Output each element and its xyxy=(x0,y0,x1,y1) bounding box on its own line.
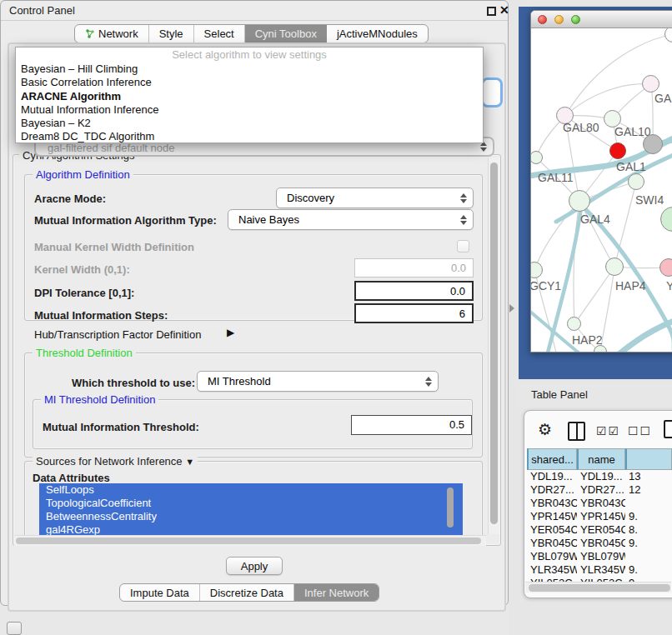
panel-divider-toggle-icon[interactable] xyxy=(509,304,514,312)
zoom-traffic-light-icon[interactable] xyxy=(571,15,580,24)
dropdown-item[interactable]: Dream8 DC_TDC Algorithm xyxy=(16,130,483,143)
tab-impute-data[interactable]: Impute Data xyxy=(120,584,200,601)
sources-group-title: Sources for Network Inference ▼ xyxy=(33,455,198,468)
network-window[interactable]: GAL GAL80 GAL10 GAL1 GAL11 SWI4 GAL4 GCY… xyxy=(530,10,672,352)
dropdown-item[interactable]: Bayesian – Hill Climbing xyxy=(16,62,483,76)
expander-collapsed-icon[interactable]: ▶ xyxy=(227,327,234,338)
list-item[interactable]: gal4RGexp xyxy=(39,523,463,535)
network-node[interactable] xyxy=(594,345,607,352)
column-header[interactable] xyxy=(625,448,672,470)
network-node[interactable] xyxy=(642,75,659,92)
list-item[interactable]: TopologicalCoefficient xyxy=(39,497,463,510)
expander-expanded-icon[interactable]: ▼ xyxy=(185,457,194,467)
new-table-icon[interactable] xyxy=(664,420,672,438)
aracne-mode-combobox[interactable]: Discovery xyxy=(276,188,474,208)
cell-name[interactable]: YPR145W xyxy=(577,510,625,523)
cell-shared-name[interactable]: YPR145W xyxy=(527,510,577,523)
tab-style[interactable]: Style xyxy=(149,25,194,42)
cell-value[interactable] xyxy=(625,550,672,563)
split-columns-icon[interactable] xyxy=(568,422,585,441)
mi-threshold-group-title: MI Threshold Definition xyxy=(41,393,158,406)
cell-shared-name[interactable]: YDL19... xyxy=(527,470,577,483)
list-item[interactable]: SelfLoops xyxy=(39,483,463,497)
cell-value[interactable]: 9. xyxy=(625,537,672,550)
dropdown-item[interactable]: ARACNE Algorithm xyxy=(16,90,483,103)
manual-kernel-checkbox[interactable] xyxy=(457,240,469,252)
dropdown-item[interactable]: Mutual Information Inference xyxy=(16,103,483,117)
tab-network[interactable]: Network xyxy=(75,25,149,42)
network-node[interactable] xyxy=(659,258,672,277)
minimize-traffic-light-icon[interactable] xyxy=(554,15,564,24)
tab-label: Infer Network xyxy=(304,587,369,599)
table-row[interactable]: YER054CYER054C8. xyxy=(527,523,672,537)
table-row[interactable]: YPR145WYPR145W9. xyxy=(527,510,672,523)
which-threshold-combobox[interactable]: MI Threshold xyxy=(197,371,439,392)
column-header[interactable]: shared... xyxy=(527,448,577,470)
network-node[interactable] xyxy=(567,317,581,331)
cell-value[interactable]: 12 xyxy=(625,483,672,497)
cell-shared-name[interactable]: YLR345W xyxy=(527,563,577,577)
dpi-tolerance-input[interactable]: 0.0 xyxy=(354,281,474,301)
table-row[interactable]: YDL19...YDL19...13 xyxy=(527,470,672,483)
mi-type-combobox[interactable]: Naive Bayes xyxy=(228,209,474,230)
cell-name[interactable]: YBR045C xyxy=(577,537,625,550)
cell-shared-name[interactable]: YER054C xyxy=(527,523,577,537)
table-row[interactable]: YBR045CYBR045C9. xyxy=(527,537,672,550)
list-item[interactable]: BetweennessCentrality xyxy=(39,510,463,523)
cell-value[interactable] xyxy=(625,497,672,510)
hub-expander-label[interactable]: Hub/Transcription Factor Definition xyxy=(34,328,201,341)
tab-select[interactable]: Select xyxy=(194,25,245,42)
deselect-all-icon[interactable]: ☐☐ xyxy=(628,424,652,438)
table-panel-header: Table Panel xyxy=(515,382,672,407)
mi-threshold-input[interactable]: 0.5 xyxy=(351,415,472,435)
apply-button[interactable]: Apply xyxy=(226,557,283,575)
cell-shared-name[interactable]: YDR27... xyxy=(527,483,577,497)
cell-shared-name[interactable]: YBR043C xyxy=(527,497,577,510)
network-node[interactable] xyxy=(628,173,644,190)
dropdown-item[interactable]: Basic Correlation Inference xyxy=(16,76,483,89)
close-panel-icon[interactable]: ✕ xyxy=(499,3,509,17)
gear-icon[interactable]: ⚙ xyxy=(538,420,552,439)
settings-horizontal-scrollbar[interactable] xyxy=(14,535,486,546)
collapsed-panel-icon[interactable] xyxy=(7,622,22,635)
select-all-icon[interactable]: ☑☑ xyxy=(596,424,620,438)
cell-name[interactable]: YBL079W xyxy=(577,550,625,563)
cell-name[interactable]: YDR27... xyxy=(577,483,625,497)
data-attributes-list[interactable]: SelfLoops TopologicalCoefficient Between… xyxy=(39,483,463,535)
attributes-list-scrollbar[interactable] xyxy=(445,485,456,533)
control-panel-titlebar[interactable]: Control Panel ✕ xyxy=(1,1,508,21)
table-row[interactable]: YLR345WYLR345W9. xyxy=(527,563,672,577)
tab-infer-network[interactable]: Infer Network xyxy=(294,584,379,601)
cell-shared-name[interactable]: YBR045C xyxy=(527,537,577,550)
cell-name[interactable]: YDL19... xyxy=(577,470,625,483)
tab-cyni-toolbox[interactable]: Cyni Toolbox xyxy=(245,25,327,42)
tab-jactivemnodules[interactable]: jActiveMNodules xyxy=(327,25,428,42)
kernel-width-input[interactable]: 0.0 xyxy=(354,258,474,278)
cell-value[interactable]: 8. xyxy=(625,523,672,537)
table-row[interactable]: YDR27...YDR27...12 xyxy=(527,483,672,497)
network-node[interactable] xyxy=(605,258,624,276)
cell-name[interactable]: YLR345W xyxy=(577,563,625,577)
dropdown-item[interactable]: Bayesian – K2 xyxy=(16,117,483,130)
network-canvas[interactable]: GAL GAL80 GAL10 GAL1 GAL11 SWI4 GAL4 GCY… xyxy=(531,28,672,352)
algorithm-combobox-fragment[interactable] xyxy=(481,78,503,108)
table-horizontal-scrollbar[interactable] xyxy=(525,582,671,592)
network-node[interactable] xyxy=(609,142,626,159)
network-node[interactable] xyxy=(643,134,663,154)
network-window-titlebar[interactable] xyxy=(531,11,672,28)
cell-name[interactable]: YBR043C xyxy=(577,497,625,510)
float-window-icon[interactable] xyxy=(487,7,496,16)
cell-shared-name[interactable]: YBL079W xyxy=(527,550,577,563)
column-header[interactable]: name xyxy=(577,448,625,470)
table-row[interactable]: YBR043CYBR043C xyxy=(527,497,672,510)
settings-vertical-scrollbar[interactable] xyxy=(488,158,499,534)
tab-discretize-data[interactable]: Discretize Data xyxy=(200,584,294,601)
cell-value[interactable]: 9. xyxy=(625,510,672,523)
cell-value[interactable]: 9. xyxy=(625,563,672,577)
table-row[interactable]: YBL079WYBL079W xyxy=(527,550,672,563)
cell-value[interactable]: 13 xyxy=(625,470,672,483)
close-traffic-light-icon[interactable] xyxy=(538,15,547,24)
mi-steps-input[interactable]: 6 xyxy=(354,303,474,323)
network-node[interactable] xyxy=(569,190,590,212)
cell-name[interactable]: YER054C xyxy=(577,523,625,537)
